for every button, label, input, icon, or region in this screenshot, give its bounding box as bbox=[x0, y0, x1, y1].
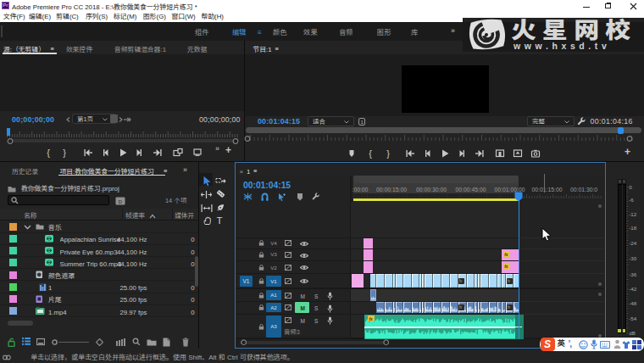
svg-text:}: } bbox=[386, 148, 390, 159]
svg-text:}: } bbox=[63, 148, 66, 158]
svg-text:{: { bbox=[369, 148, 372, 159]
svg-text:D: D bbox=[119, 198, 123, 204]
svg-text:{: { bbox=[47, 148, 50, 158]
